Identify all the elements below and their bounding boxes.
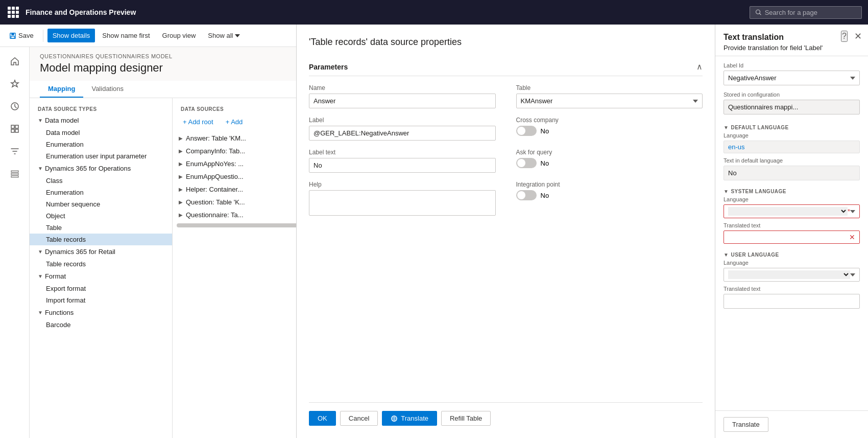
ask-for-query-label: Ask for query [516,149,703,156]
save-button[interactable]: Save [4,29,39,42]
help-button[interactable]: ? [841,31,848,42]
tree-item-export-format[interactable]: Export format [30,283,172,294]
default-language-label: DEFAULT LANGUAGE [731,125,788,130]
label-id-select[interactable]: NegativeAnswer [724,71,860,85]
text-in-default-input[interactable] [724,166,860,180]
arrow-down-icon-sys: ▼ [724,189,729,194]
add-button[interactable]: + Add [222,116,247,128]
default-language-header: ▼ DEFAULT LANGUAGE [724,121,860,132]
app-grid-button[interactable] [6,5,20,19]
show-all-label: Show all [208,32,233,39]
clear-translated-text-icon[interactable]: ✕ [849,233,855,241]
tree-group-d365-retail[interactable]: ▼ Dynamics 365 for Retail [30,245,172,258]
add-root-button[interactable]: + Add root [179,116,218,128]
translation-body: Label Id NegativeAnswer Stored in config… [715,56,868,410]
default-language-box: en-us [724,141,860,153]
ds-arrow-icon-3: ▶ [179,161,183,167]
tree-item-object[interactable]: Object [30,210,172,222]
tree-item-class[interactable]: Class [30,175,172,187]
ask-for-query-toggle-row: No [516,158,703,168]
tree-item-enumeration-1[interactable]: Enumeration [30,139,172,150]
tree-item-enumeration-2[interactable]: Enumeration [30,187,172,198]
tree-item-data-model[interactable]: Data model [30,127,172,139]
ds-arrow-icon-4: ▶ [179,174,183,179]
integration-point-label: Integration point [516,181,703,188]
sidebar-recent-icon[interactable] [5,96,25,117]
svg-rect-7 [15,125,18,128]
show-all-button[interactable]: Show all [203,29,245,42]
ask-for-query-value: No [541,159,549,167]
tab-validations[interactable]: Validations [83,81,132,98]
show-name-first-label: Show name first [102,32,150,39]
search-input[interactable] [765,9,856,16]
modal-footer: OK Cancel Translate Refill Table [309,402,703,426]
svg-rect-4 [11,36,15,38]
sidebar-favorite-icon[interactable] [5,74,25,94]
show-name-first-button[interactable]: Show name first [97,29,155,42]
ds-arrow-icon-7: ▶ [179,212,183,218]
tree-item-table-records-2[interactable]: Table records [30,258,172,270]
integration-point-value: No [541,192,549,199]
arrow-down-icon-def: ▼ [724,125,729,130]
integration-point-toggle[interactable] [516,190,537,200]
sidebar-modules-icon[interactable] [5,119,25,139]
parameters-label: Parameters [309,63,348,71]
label-input[interactable] [309,126,496,141]
tree-group-d365-ops[interactable]: ▼ Dynamics 365 for Operations [30,162,172,175]
label-text-field: Label text [309,149,496,173]
ds-item-answer-label: Answer: Table 'KM... [186,134,246,142]
tree-group-d365-ops-label: Dynamics 365 for Operations [45,165,131,172]
tab-mapping[interactable]: Mapping [40,81,83,98]
help-field: Help [309,181,496,216]
cross-company-toggle[interactable] [516,126,537,136]
system-language-field-label: Language [724,196,860,202]
table-select[interactable]: KMAnswer [516,94,703,108]
system-language-select[interactable] [728,207,848,216]
tree-item-barcode[interactable]: Barcode [30,319,172,331]
user-translated-text-input[interactable] [724,294,860,309]
tree-group-format[interactable]: ▼ Format [30,270,172,283]
tree-item-table[interactable]: Table [30,222,172,234]
tree-item-number-sequence[interactable]: Number sequence [30,198,172,210]
close-button[interactable]: ✕ [854,31,862,42]
help-textarea[interactable] [309,190,496,216]
ds-arrow-icon-6: ▶ [179,199,183,205]
cancel-button[interactable]: Cancel [340,411,378,426]
translated-text-sys-input[interactable] [728,234,849,241]
app-title: Finance and Operations Preview [26,8,744,16]
group-view-button[interactable]: Group view [157,29,201,42]
sidebar-home-icon[interactable] [5,51,25,72]
search-box[interactable] [750,6,862,19]
label-text-input[interactable] [309,158,496,173]
collapse-button[interactable]: ∧ [696,62,703,72]
tree-item-enum-user-input[interactable]: Enumeration user input parameter [30,150,172,162]
user-language-select[interactable] [728,270,850,279]
ds-arrow-icon-1: ▶ [179,135,183,141]
tree-group-d365-retail-label: Dynamics 365 for Retail [45,248,115,256]
tree-item-import-format[interactable]: Import format [30,294,172,306]
label-field: Label [309,117,496,141]
default-language-value: en-us [728,143,745,151]
translate-button[interactable]: Translate [382,411,437,426]
svg-rect-10 [11,171,18,172]
user-language-select-row [724,268,860,282]
ask-for-query-field: Ask for query No [516,149,703,173]
save-icon [9,32,16,39]
ok-button[interactable]: OK [309,411,336,426]
refill-table-button[interactable]: Refill Table [441,411,491,426]
name-field: Name [309,84,496,108]
cross-company-value: No [541,127,549,135]
tree-group-functions[interactable]: ▼ Functions [30,306,172,319]
sidebar-list-icon[interactable] [5,164,25,184]
default-language-field-label: Language [724,132,860,139]
ask-for-query-toggle[interactable] [516,158,537,168]
translation-panel: Text translation Provide translation for… [715,25,868,438]
form-grid-top: Name Table KMAnswer Label Cross [309,84,703,216]
tree-item-table-records-1[interactable]: Table records [30,234,172,245]
stored-label: Stored in configuration [724,91,860,98]
name-input[interactable] [309,94,496,108]
sidebar-filter-icon[interactable] [5,141,25,162]
show-details-button[interactable]: Show details [47,29,95,42]
translate-footer-button[interactable]: Translate [724,417,768,432]
tree-group-data-model[interactable]: ▼ Data model [30,114,172,127]
